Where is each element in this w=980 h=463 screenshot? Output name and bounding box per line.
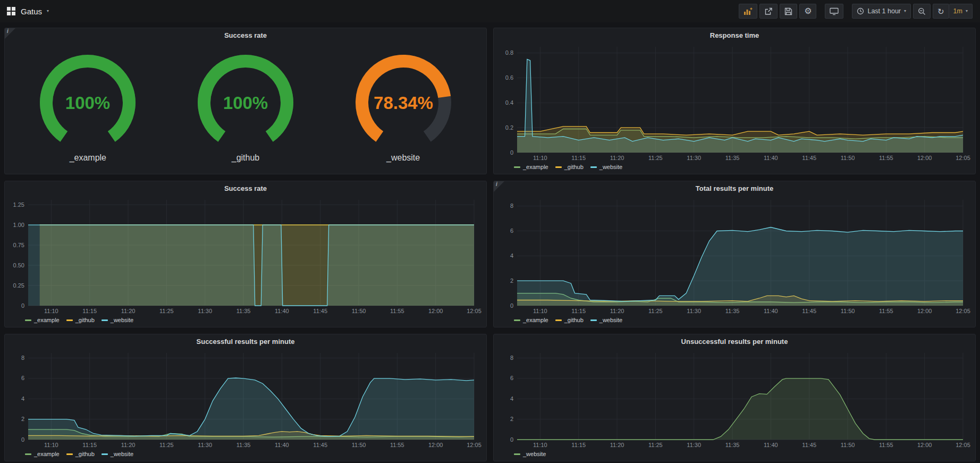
panel-title[interactable]: Success rate [224,184,267,192]
legend-item-github[interactable]: _github [555,164,584,170]
gauge-website: 78.34%_website [342,52,464,163]
success-rate-plot[interactable]: 00.250.500.751.001.2511:1011:1511:2011:2… [9,196,482,315]
legend-item-website[interactable]: _website [590,317,622,323]
series-area-website [28,225,474,306]
response-time-plot[interactable]: 00.20.40.60.811:1011:1511:2011:2511:3011… [498,43,971,162]
svg-text:12:05: 12:05 [956,155,970,161]
success-rate-gauges: 100%_example100%_github78.34%_website [9,43,482,172]
panel-info-icon[interactable]: i [494,181,504,192]
svg-text:11:15: 11:15 [571,155,586,161]
svg-text:11:55: 11:55 [390,442,404,448]
success-rate-chart[interactable]: 00.250.500.751.001.2511:1011:1511:2011:2… [9,196,482,315]
legend-item-example[interactable]: _example [514,164,548,170]
svg-text:11:45: 11:45 [802,155,816,161]
svg-text:11:20: 11:20 [610,155,624,161]
time-range-picker[interactable]: Last 1 hour ▾ [852,4,911,19]
cycle-view-mode-button[interactable] [825,4,843,19]
save-dashboard-button[interactable] [780,4,797,19]
legend-color-dash [514,166,520,168]
svg-text:11:10: 11:10 [44,442,58,448]
response-time-chart[interactable]: 00.20.40.60.811:1011:1511:2011:2511:3011… [498,43,971,162]
settings-button[interactable]: ⚙ [799,4,816,19]
gauge-arc: 100% [27,52,149,153]
svg-text:8: 8 [510,355,513,361]
panel-header: Success rate [5,181,486,196]
svg-text:11:20: 11:20 [610,442,624,448]
svg-text:11:35: 11:35 [236,442,251,448]
svg-text:11:50: 11:50 [352,308,366,314]
legend-item-example[interactable]: _example [514,317,548,323]
legend-series-name: _website [523,451,546,457]
panel-title[interactable]: Successful results per minute [197,338,295,346]
svg-text:12:05: 12:05 [467,442,481,448]
unsuccessful-results-per-minute-plot[interactable]: 0246811:1011:1511:2011:2511:3011:3511:40… [498,349,971,449]
chevron-down-icon: ▾ [904,9,906,13]
panel-unsuccessful-results-per-minute: Unsuccessful results per minute 0246811:… [493,334,976,461]
legend-item-website[interactable]: _website [514,451,546,457]
gauge-label: _website [386,153,420,163]
svg-text:11:30: 11:30 [687,155,701,161]
gauge-github: 100%_github [184,52,307,163]
svg-text:11:25: 11:25 [648,155,663,161]
svg-text:8: 8 [510,203,513,209]
legend-color-dash [514,453,520,455]
svg-text:0: 0 [21,302,24,309]
svg-text:11:45: 11:45 [313,442,327,448]
add-panel-button[interactable] [739,4,757,19]
legend-series-name: _website [111,317,133,323]
legend-item-website[interactable]: _website [102,451,133,457]
unsuccessful-results-chart[interactable]: 0246811:1011:1511:2011:2511:3011:3511:40… [498,349,971,449]
panel-title[interactable]: Success rate [224,31,267,39]
legend-item-github[interactable]: _github [555,317,584,323]
svg-text:12:05: 12:05 [467,308,481,314]
svg-text:11:10: 11:10 [533,308,547,314]
gear-icon: ⚙ [804,7,812,15]
gauge-example: 100%_example [27,52,149,163]
svg-text:11:40: 11:40 [764,442,778,448]
legend-item-github[interactable]: _github [66,317,95,323]
dashboard-title[interactable]: Gatus [21,7,42,16]
legend-item-website[interactable]: _website [590,164,622,170]
legend-item-website[interactable]: _website [102,317,133,323]
svg-text:11:15: 11:15 [82,308,97,314]
svg-text:11:15: 11:15 [571,442,586,448]
panel-header: Success rate [5,28,486,43]
svg-text:11:20: 11:20 [610,308,624,314]
svg-text:2: 2 [510,416,513,422]
grafana-menu-icon[interactable] [6,6,16,16]
legend-item-github[interactable]: _github [66,451,95,457]
legend-color-dash [555,166,562,168]
svg-text:11:20: 11:20 [121,308,136,314]
legend-color-dash [555,319,562,321]
monitor-icon [830,7,839,15]
legend-item-example[interactable]: _example [25,317,60,323]
panel-title[interactable]: Total results per minute [696,184,773,192]
panel-title[interactable]: Response time [710,31,759,39]
successful-results-chart[interactable]: 0246811:1011:1511:2011:2511:3011:3511:40… [9,349,482,449]
total-results-chart[interactable]: 0246811:1011:1511:2011:2511:3011:3511:40… [498,196,971,315]
panel-info-icon[interactable]: i [5,28,15,39]
svg-text:11:10: 11:10 [44,308,58,314]
total-results-per-minute-plot[interactable]: 0246811:1011:1511:2011:2511:3011:3511:40… [498,196,971,315]
svg-text:11:55: 11:55 [879,442,893,448]
legend-series-name: _example [34,317,60,323]
svg-text:0.50: 0.50 [13,262,24,268]
refresh-interval-picker[interactable]: 1m ▾ [949,4,973,19]
svg-text:6: 6 [510,228,513,234]
panel-success-rate-timeseries: Success rate 00.250.500.751.001.2511:101… [4,181,487,327]
chevron-down-icon[interactable]: ▾ [47,9,49,13]
refresh-button[interactable]: ↻ [933,4,949,19]
legend-item-example[interactable]: _example [25,451,60,457]
panel-title[interactable]: Unsuccessful results per minute [681,338,788,346]
zoom-out-button[interactable] [913,4,931,19]
svg-text:11:50: 11:50 [841,442,855,448]
share-dashboard-button[interactable] [759,4,778,19]
svg-text:0: 0 [510,149,513,156]
svg-text:11:10: 11:10 [533,155,547,161]
legend-series-name: _website [599,317,622,323]
svg-text:11:40: 11:40 [275,308,289,314]
chart-legend: _example_github_website [9,449,482,459]
successful-results-per-minute-plot[interactable]: 0246811:1011:1511:2011:2511:3011:3511:40… [9,349,482,449]
svg-text:11:40: 11:40 [275,442,289,448]
gauge-value-text: 78.34% [374,93,433,113]
